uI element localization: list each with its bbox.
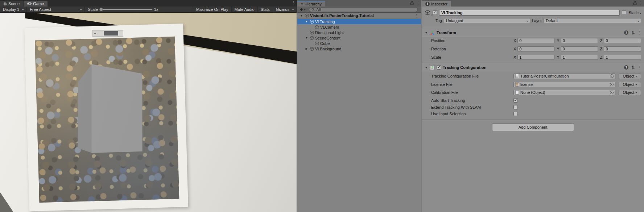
position-x-field[interactable]: 0 <box>517 38 554 43</box>
rotation-x-field[interactable]: 0 <box>517 46 554 51</box>
scale-label: Scale <box>425 55 513 59</box>
transform-title: Transform <box>437 30 456 35</box>
object-type-dropdown[interactable]: Object <box>619 82 641 87</box>
inspector-panel-menu-icon[interactable]: ⋮ <box>639 1 643 5</box>
scene-menu-icon[interactable]: ⋮ <box>415 14 418 18</box>
static-dropdown[interactable]: Static <box>628 11 641 15</box>
extend-tracking-with-slam-checkbox[interactable] <box>513 105 518 109</box>
tag-dropdown[interactable]: Untagged <box>444 18 530 23</box>
tab-scene[interactable]: Scene <box>0 1 23 7</box>
hierarchy-item-vlbackground[interactable]: ▶ VLBackground <box>297 46 421 51</box>
component-menu-icon[interactable]: ⋮ <box>638 31 641 35</box>
presets-icon[interactable] <box>631 65 635 70</box>
tab-hierarchy[interactable]: ≡ Hierarchy <box>297 1 325 7</box>
scene-grid-icon <box>4 2 7 5</box>
hierarchy-toolbar: + All <box>297 7 421 13</box>
foldout-icon[interactable]: ▼ <box>305 20 309 23</box>
scale-value: 1x <box>154 7 158 12</box>
hierarchy-item-directional-light[interactable]: Directional Light <box>297 30 421 35</box>
object-type-label: Object <box>623 90 635 95</box>
position-y-field[interactable]: 0 <box>561 38 598 43</box>
component-enabled-checkbox[interactable]: ✓ <box>437 65 441 70</box>
tracking-configuration-file-field[interactable]: TutorialPosterConfiguration <box>513 74 615 79</box>
scale-x-field[interactable]: 1 <box>517 55 554 60</box>
gameobject-cube-icon <box>310 47 314 51</box>
gameobject-cube-icon <box>310 36 314 40</box>
object-picker-icon[interactable] <box>610 83 614 86</box>
hierarchy-scene-row[interactable]: ▼ VisionLib-PosterTracking-Tutorial ⋮ <box>297 13 421 19</box>
rotation-row: Rotation X0 Y0 Z0 <box>425 46 641 52</box>
object-type-label: Object <box>623 82 635 87</box>
layer-dropdown[interactable]: Default <box>544 18 641 23</box>
scale-y-field[interactable]: 1 <box>561 55 598 60</box>
hierarchy-panel-menu-icon[interactable]: ⋮ <box>416 1 420 5</box>
aspect-dropdown-label: Free Aspect <box>30 7 51 12</box>
maximize-on-play-button[interactable]: Maximize On Play <box>193 7 231 12</box>
tab-inspector[interactable]: i Inspector <box>422 1 451 7</box>
gizmos-dropdown[interactable]: Gizmos <box>273 7 297 12</box>
maximize-on-play-label: Maximize On Play <box>196 7 228 12</box>
transform-header[interactable]: ▼ Transform ? ⋮ <box>422 28 644 37</box>
game-panel-menu-icon[interactable]: ⋮ <box>292 1 295 5</box>
search-icon <box>311 8 315 11</box>
hierarchy-search-input[interactable]: All <box>309 7 418 12</box>
lock-icon[interactable] <box>410 1 414 5</box>
aspect-dropdown[interactable]: Free Aspect <box>27 7 85 12</box>
object-type-label: Object <box>623 74 635 78</box>
calibration-file-row: Calibration File None (Object) Object <box>425 90 641 95</box>
game-viewport[interactable] <box>0 13 297 212</box>
display-dropdown-label: Display 1 <box>3 7 19 12</box>
static-checkbox[interactable] <box>622 11 626 15</box>
foldout-icon[interactable]: ▼ <box>424 31 428 34</box>
tracking-configuration-header[interactable]: ▼ # ✓ Tracking Configuration ? ⋮ <box>422 63 644 72</box>
foldout-icon[interactable]: ▼ <box>305 36 309 40</box>
gameobject-cube-icon <box>315 41 319 46</box>
foldout-icon[interactable]: ▶ <box>305 47 309 50</box>
hierarchy-item-cube[interactable]: Cube <box>297 41 421 46</box>
scale-slider[interactable] <box>100 9 152 10</box>
auto-start-tracking-checkbox[interactable]: ✓ <box>513 98 518 103</box>
object-picker-icon[interactable] <box>610 91 614 94</box>
object-type-dropdown[interactable]: Object <box>619 74 641 79</box>
hierarchy-panel: ≡ Hierarchy ⋮ + All ▼ Visio <box>297 0 421 212</box>
inspector-panel: i Inspector ⋮ ✓ VLTracking Static <box>422 0 644 212</box>
viewer-minus-icon <box>94 33 96 34</box>
extend-tracking-with-slam-row: Extend Tracking With SLAM <box>425 105 641 109</box>
display-dropdown[interactable]: Display 1 <box>0 7 27 12</box>
rotation-y-field[interactable]: 0 <box>561 46 598 51</box>
foldout-icon[interactable]: ▼ <box>424 66 428 69</box>
tab-game[interactable]: Game <box>24 1 48 7</box>
presets-icon[interactable] <box>631 30 635 35</box>
hierarchy-item-scenecontent[interactable]: ▼ SceneContent <box>297 35 421 41</box>
component-menu-icon[interactable]: ⋮ <box>638 66 641 70</box>
hierarchy-list-icon: ≡ <box>301 2 303 6</box>
scale-z-field[interactable]: 1 <box>604 55 641 60</box>
gameobject-cube-icon <box>310 30 314 35</box>
mute-audio-button[interactable]: Mute Audio <box>231 7 257 12</box>
object-type-dropdown[interactable]: Object <box>619 90 641 95</box>
field-label: Extend Tracking With SLAM <box>425 105 513 109</box>
rotation-z-field[interactable]: 0 <box>604 46 641 51</box>
stats-label: Stats <box>261 7 270 12</box>
gameobject-name-field[interactable]: VLTracking <box>439 10 620 16</box>
scale-slider-knob[interactable] <box>99 8 103 11</box>
foldout-icon[interactable]: ▼ <box>300 14 304 17</box>
object-picker-icon[interactable] <box>610 74 614 78</box>
gameobject-icon[interactable] <box>425 10 430 16</box>
license-file-field[interactable]: license <box>513 82 615 87</box>
hierarchy-item-vltracking[interactable]: ▼ VLTracking <box>297 19 421 24</box>
active-checkbox[interactable]: ✓ <box>433 11 437 15</box>
help-icon[interactable]: ? <box>624 30 628 35</box>
add-component-button[interactable]: Add Component <box>492 123 574 131</box>
help-icon[interactable]: ? <box>624 65 628 70</box>
position-z-field[interactable]: 0 <box>604 38 641 43</box>
stats-button[interactable]: Stats <box>257 7 273 12</box>
create-object-button[interactable]: + <box>299 7 306 12</box>
game-tab-strip: Scene Game ⋮ <box>0 0 297 7</box>
calibration-file-field[interactable]: None (Object) <box>513 90 615 95</box>
use-input-selection-checkbox[interactable] <box>513 112 518 116</box>
item-label: VLCamera <box>320 25 339 29</box>
lock-icon[interactable] <box>633 1 637 5</box>
hierarchy-item-vlcamera[interactable]: VLCamera <box>297 24 421 30</box>
script-icon: # <box>430 65 435 70</box>
